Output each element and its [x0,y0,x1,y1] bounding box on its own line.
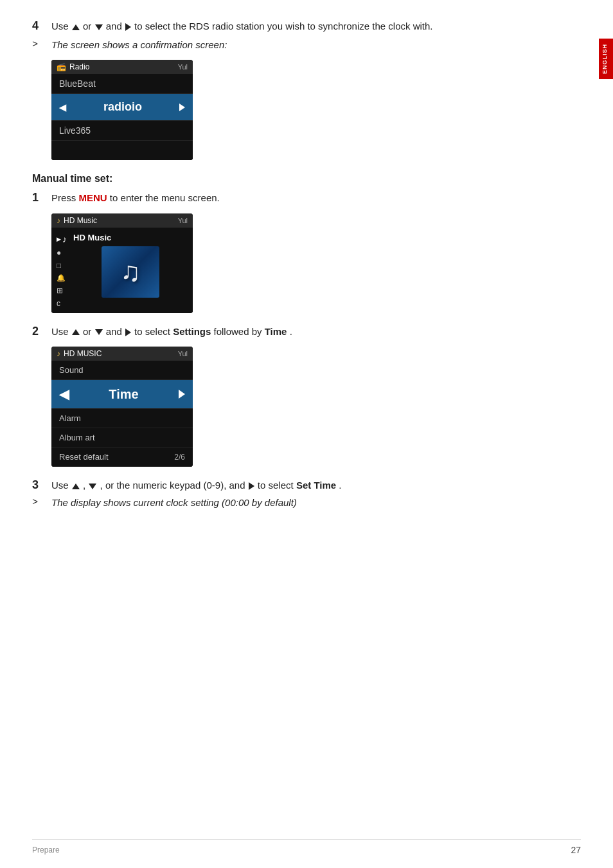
radio-screen-header: 📻 Radio Yul [51,60,193,74]
step3-text-post: to select [258,480,296,491]
step-2-text: Use or and to select Settings followed b… [51,325,292,339]
hd-sidebar-music: ♪ [57,234,67,244]
step1-text-pre: Press [51,192,76,203]
step2-text-post: to select [134,326,173,337]
hd-screen-title-text: HD Music [64,216,97,225]
hd-screen-header: ♪ HD Music Yul [51,213,193,228]
triangle-down-icon-3 [89,484,96,489]
step-3-number: 3 [32,478,51,492]
radio-item-radioio-label: radioio [103,100,142,114]
settings-body: Sound ◀ Time Alarm Album art Reset defau… [51,361,193,467]
step2-or: or [83,326,94,337]
step3-comma2: , [100,480,105,491]
footer-left: Prepare [32,845,60,854]
left-arrow-icon: ◀ [59,102,66,113]
step-1-row: 1 Press MENU to enter the menu screen. [32,191,540,206]
radio-screen-body: BlueBeat ◀ radioio Live365 [51,74,193,160]
settings-reset-label: Reset default [59,452,109,462]
radio-screen: 📻 Radio Yul BlueBeat ◀ radioio Live365 [51,60,193,160]
step4-sub-text: The screen shows a confirmation screen: [51,38,227,53]
settings-item-alarm: Alarm [51,409,193,428]
side-tab-label: ENGLISH [601,44,608,74]
radio-screen-wrap: 📻 Radio Yul BlueBeat ◀ radioio Live365 [51,60,540,160]
settings-reset-value: 2/6 [174,453,185,462]
hd-sidebar-folder: □ [57,261,67,270]
step2-period: . [290,326,292,337]
radio-item-bluebeat: BlueBeat [51,74,193,94]
step-1-text: Press MENU to enter the menu screen. [51,191,220,206]
settings-screen-title: ♪ HD MUSIC [57,349,102,358]
step4-sub-marker: > [32,38,51,49]
step-2-row: 2 Use or and to select Settings followed… [32,325,540,339]
step3-comma1: , [83,480,88,491]
hd-screen-body: ♪ ● □ 🔔 ⊞ c HD Music ♫ [51,228,193,313]
triangle-up-icon-2 [72,329,80,335]
settings-item-time: ◀ Time [51,380,193,409]
footer: Prepare 27 [32,839,581,855]
step2-bold1: Settings [173,326,211,337]
step-3-sub: > The display shows current clock settin… [32,496,540,511]
step-4-text: Use or and to select the RDS radio stati… [51,19,432,34]
step2-text-pre: Use [51,326,69,337]
hd-sidebar-alarm: 🔔 [57,274,67,282]
hd-content: HD Music ♫ [73,233,188,308]
step3-sub-marker: > [32,496,51,507]
right-arrow-icon [179,104,185,111]
hd-music-screen: ♪ HD Music Yul ♪ ● □ 🔔 ⊞ c HD Music ♫ [51,213,193,313]
settings-item-album-art: Album art [51,428,193,448]
settings-screen-wrap: ♪ HD MUSIC Yul Sound ◀ Time Alarm Album … [51,347,540,467]
triangle-up-icon-3 [72,484,80,489]
triangle-down-icon-1 [95,24,103,30]
step4-and: and [106,21,122,32]
radio-screen-title: 📻 Radio [57,62,89,71]
settings-screen-header: ♪ HD MUSIC Yul [51,347,193,361]
settings-signal-icon: Yul [178,350,188,357]
step-2-number: 2 [32,325,51,338]
step2-and: and [106,326,125,337]
step-3-text: Use , , or the numeric keypad (0-9), and… [51,478,341,493]
step2-followed-by: followed by [213,326,264,337]
step3-period: . [339,480,341,491]
hd-sidebar-settings: ⊞ [57,286,67,295]
hd-content-title: HD Music [73,233,111,242]
settings-item-reset: Reset default 2/6 [51,448,193,467]
step-4-row: 4 Use or and to select the RDS radio sta… [32,19,540,34]
step4-text-before: Use [51,21,69,32]
settings-time-label: Time [109,387,138,402]
step4-text-after: to select the RDS radio station you wish… [134,21,432,32]
triangle-up-icon-1 [72,24,80,30]
hd-music-note-icon: ♪ [57,216,60,225]
step4-or: or [83,21,91,32]
step-4-number: 4 [32,19,51,33]
triangle-down-icon-2 [95,329,103,335]
footer-page: 27 [571,845,581,855]
step1-text-post: to enter the menu screen. [110,192,220,203]
manual-time-heading: Manual time set: [32,173,540,185]
triangle-right-icon-2 [125,329,131,336]
step-3-row: 3 Use , , or the numeric keypad (0-9), a… [32,478,540,493]
step1-menu-key: MENU [79,192,107,203]
settings-left-arrow: ◀ [59,386,69,402]
hd-sidebar-clock: c [57,299,67,308]
radio-item-radioio: ◀ radioio [51,94,193,121]
step3-or-text: or the numeric keypad (0-9), and [105,480,248,491]
step3-bold: Set Time [296,480,336,491]
hd-sidebar-radio: ● [57,248,67,257]
hd-screen-wrap: ♪ HD Music Yul ♪ ● □ 🔔 ⊞ c HD Music ♫ [51,213,540,313]
step2-bold2: Time [265,326,287,337]
hd-screen-title: ♪ HD Music [57,216,97,225]
step3-text-use: Use [51,480,69,491]
settings-right-arrow-icon [179,390,185,399]
settings-music-note-icon: ♪ [57,349,60,358]
step3-sub-text: The display shows current clock setting … [51,496,297,511]
side-tab: ENGLISH [599,39,613,79]
settings-screen: ♪ HD MUSIC Yul Sound ◀ Time Alarm Album … [51,347,193,467]
music-note-icon: ♫ [120,257,141,287]
step-4-sub: > The screen shows a confirmation screen… [32,38,540,53]
radio-item-live365: Live365 [51,121,193,141]
radio-screen-title-text: Radio [69,62,89,71]
hd-album-art: ♫ [102,246,159,298]
triangle-right-icon-1 [125,23,131,31]
step-1-number: 1 [32,191,51,204]
settings-item-sound: Sound [51,361,193,380]
